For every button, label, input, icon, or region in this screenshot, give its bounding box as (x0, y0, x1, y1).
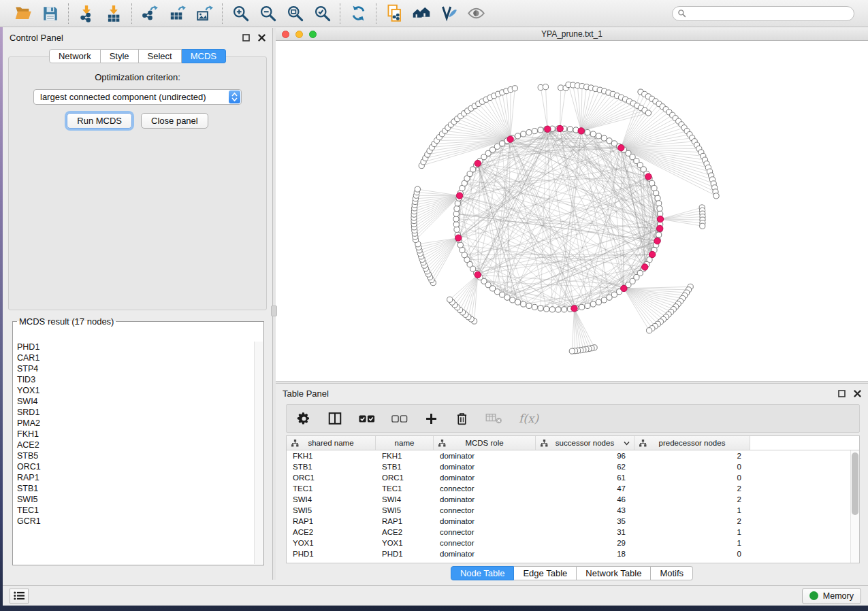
delete-table-icon[interactable] (485, 412, 502, 425)
network-node[interactable] (454, 206, 460, 212)
network-node[interactable] (596, 133, 601, 139)
tab-node-table[interactable]: Node Table (451, 566, 515, 580)
table-row[interactable]: ORC1ORC1dominator610 (287, 472, 859, 483)
search-input[interactable] (690, 9, 849, 18)
network-node[interactable] (453, 222, 459, 227)
network-node[interactable] (607, 138, 612, 144)
table-scrollbar[interactable] (850, 450, 859, 563)
mcds-node[interactable] (557, 125, 563, 131)
mcds-node[interactable] (657, 216, 663, 222)
mcds-result-item[interactable]: CAR1 (17, 352, 254, 363)
mcds-node[interactable] (456, 193, 462, 199)
save-session-icon[interactable] (41, 4, 60, 23)
table-row[interactable]: SWI4SWI4dominator462 (287, 494, 859, 505)
network-node[interactable] (596, 299, 601, 305)
network-node[interactable] (657, 206, 662, 212)
network-node[interactable] (611, 292, 617, 297)
network-node[interactable] (455, 201, 460, 206)
network-node[interactable] (504, 295, 510, 300)
mcds-node[interactable] (654, 238, 660, 244)
zoom-out-icon[interactable] (258, 4, 277, 23)
network-node[interactable] (700, 223, 705, 229)
network-node[interactable] (526, 303, 532, 308)
network-node[interactable] (647, 328, 652, 333)
mcds-result-item[interactable]: TEC1 (17, 505, 254, 516)
zoom-fit-icon[interactable] (285, 4, 304, 23)
mcds-result-item[interactable]: RAP1 (17, 472, 254, 483)
column-header-MCDS-role[interactable]: MCDS role (434, 436, 536, 450)
add-column-icon[interactable] (424, 412, 438, 426)
tab-style[interactable]: Style (101, 49, 139, 63)
run-mcds-button[interactable]: Run MCDS (67, 113, 132, 129)
network-node[interactable] (521, 301, 526, 307)
network-node[interactable] (515, 299, 521, 305)
network-node[interactable] (532, 304, 537, 310)
memory-button[interactable]: Memory (802, 588, 861, 604)
column-header-predecessor-nodes[interactable]: predecessor nodes (634, 436, 750, 450)
table-row[interactable]: STB1STB1dominator620 (287, 461, 859, 472)
window-minimize-icon[interactable] (295, 31, 303, 38)
network-node[interactable] (556, 307, 561, 312)
export-image-icon[interactable] (195, 4, 214, 23)
network-node[interactable] (532, 129, 537, 134)
mcds-node[interactable] (475, 160, 481, 166)
mcds-result-item[interactable]: STB1 (17, 483, 254, 494)
network-node[interactable] (515, 133, 521, 139)
network-node[interactable] (590, 131, 596, 137)
network-node[interactable] (569, 348, 575, 354)
network-node[interactable] (454, 227, 460, 232)
split-panel-icon[interactable] (327, 411, 342, 426)
network-node[interactable] (607, 295, 612, 300)
network-node[interactable] (590, 301, 596, 307)
mcds-list-scrollbar[interactable] (254, 342, 263, 564)
tab-edge-table[interactable]: Edge Table (514, 566, 577, 580)
mcds-node[interactable] (621, 285, 627, 291)
network-node[interactable] (538, 306, 543, 311)
network-node[interactable] (567, 127, 573, 132)
mcds-result-item[interactable]: STB5 (17, 450, 254, 461)
mcds-node[interactable] (475, 271, 481, 278)
mcds-result-item[interactable]: STP4 (17, 363, 254, 374)
mcds-node[interactable] (578, 128, 584, 134)
export-network-icon[interactable] (140, 4, 159, 23)
import-table-icon[interactable] (104, 4, 123, 23)
mcds-node[interactable] (545, 126, 551, 132)
network-node[interactable] (656, 201, 662, 206)
tab-motifs[interactable]: Motifs (651, 566, 693, 580)
network-node[interactable] (645, 110, 651, 116)
network-node[interactable] (538, 127, 543, 133)
splitter-handle[interactable] (271, 306, 277, 316)
search-box[interactable] (672, 6, 854, 21)
network-node[interactable] (453, 216, 459, 222)
new-network-from-selection-icon[interactable] (385, 4, 404, 23)
table-row[interactable]: ACE2ACE2connector311 (287, 527, 859, 538)
network-node[interactable] (543, 84, 548, 90)
network-node[interactable] (415, 186, 420, 192)
apply-layout-icon[interactable] (349, 4, 368, 23)
export-table-icon[interactable] (167, 4, 187, 23)
horizontal-splitter[interactable] (276, 381, 868, 384)
close-panel-button[interactable]: Close panel (141, 113, 208, 129)
network-node[interactable] (510, 297, 515, 303)
function-builder-icon[interactable]: f(x) (519, 412, 539, 425)
mcds-node[interactable] (649, 251, 655, 257)
network-node[interactable] (585, 130, 590, 135)
network-node[interactable] (453, 211, 459, 216)
network-node[interactable] (512, 86, 517, 91)
zoom-in-icon[interactable] (231, 4, 250, 23)
mcds-result-item[interactable]: YOX1 (17, 385, 254, 396)
network-node[interactable] (601, 135, 607, 141)
tab-network-table[interactable]: Network Table (577, 566, 651, 580)
mcds-node[interactable] (507, 136, 513, 142)
network-node[interactable] (656, 232, 662, 237)
network-node[interactable] (447, 297, 453, 302)
network-node[interactable] (544, 306, 549, 312)
table-row[interactable]: SWI5SWI5connector431 (287, 505, 859, 516)
close-panel-icon[interactable] (258, 34, 266, 42)
vertical-splitter[interactable] (273, 28, 276, 580)
float-panel-icon[interactable] (242, 34, 250, 42)
network-node[interactable] (549, 307, 555, 312)
mcds-result-item[interactable]: ACE2 (17, 440, 254, 450)
network-node[interactable] (562, 307, 567, 312)
column-header-name[interactable]: name (376, 436, 434, 450)
